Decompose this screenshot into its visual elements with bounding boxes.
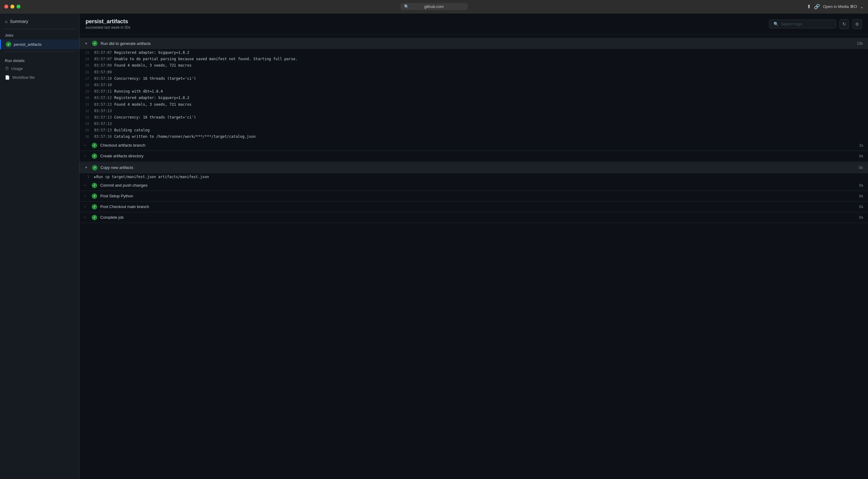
chevron-right-icon: › (84, 216, 89, 219)
step-check-icon (92, 41, 97, 46)
chevron-right-icon: › (84, 205, 89, 208)
log-line: 24 03:57:07 Unable to do partial parsing… (80, 56, 868, 62)
clock-icon: ⏱ (5, 66, 9, 71)
step-checkout-artifacts[interactable]: › Checkout artifacts branch 1s (80, 140, 868, 151)
titlebar: 🔍 github.com ⬆ 🔗 Open in Media ⌘O ⌄ (0, 0, 868, 13)
step-create-artifacts-dir[interactable]: › Create artifacts directory 0s (80, 151, 868, 162)
chevron-down-icon: ▼ (85, 166, 89, 169)
step-check-icon (92, 143, 97, 148)
step-check-icon (92, 215, 97, 220)
expand-icon[interactable]: ⌄ (860, 4, 864, 9)
log-line: 27 03:57:10 Concurrency: 16 threads (tar… (80, 75, 868, 82)
search-logs-placeholder: Search logs (781, 22, 802, 26)
log-line: 36 03:57:16 Catalog written to /home/run… (80, 133, 868, 140)
main-header: persist_artifacts succeeded last week in… (80, 13, 868, 35)
step-check-icon (92, 153, 97, 159)
open-in-media[interactable]: Open in Media ⌘O (823, 4, 857, 9)
titlebar-url: github.com (424, 4, 444, 9)
log-line: 33 03:57:13 Concurrency: 16 threads (tar… (80, 114, 868, 121)
file-icon: 📄 (5, 75, 10, 80)
step-run-dbt-lines: 23 03:57:07 Registered adapter: bigquery… (80, 50, 868, 140)
run-details-label: Run details (0, 54, 79, 64)
sidebar-item-usage[interactable]: ⏱ Usage (0, 64, 79, 73)
main-content: persist_artifacts succeeded last week in… (80, 13, 868, 479)
gear-icon: ⚙ (855, 22, 859, 27)
sidebar-item-persist-artifacts[interactable]: persist_artifacts (0, 39, 79, 49)
search-icon: 🔍 (404, 4, 409, 9)
bookmark-icon[interactable]: 🔗 (814, 4, 820, 9)
sidebar-summary-label: Summary (10, 19, 28, 24)
share-icon[interactable]: ⬆ (807, 4, 811, 9)
log-line: 23 03:57:07 Registered adapter: bigquery… (80, 50, 868, 56)
page-title: persist_artifacts (86, 18, 130, 25)
step-copy-new-artifacts: ▼ Copy new artifacts 0s 1 ▶Run cp target… (80, 162, 868, 180)
step-check-icon (92, 165, 97, 170)
chevron-right-icon: › (84, 194, 89, 198)
log-line: 25 03:57:09 Found 4 models, 3 seeds, 721… (80, 62, 868, 69)
sidebar-item-summary[interactable]: ⌂ Summary (0, 17, 79, 26)
step-copy-artifacts-lines: 1 ▶Run cp target/manifest.json artifacts… (80, 174, 868, 180)
sidebar-item-workflow-file[interactable]: 📄 Workflow file (0, 73, 79, 82)
search-logs-input[interactable]: 🔍 Search logs (769, 20, 836, 28)
step-copy-artifacts-header[interactable]: ▼ Copy new artifacts 0s (80, 162, 868, 173)
step-complete-job[interactable]: › Complete job 0s (80, 212, 868, 223)
step-run-dbt: ▼ Run dbt to generate artifacts 13s 23 0… (80, 38, 868, 140)
chevron-right-icon: › (84, 143, 89, 147)
chevron-right-icon: › (84, 154, 89, 158)
log-line: 32 03:57:13 (80, 108, 868, 114)
chevron-right-icon: › (84, 184, 89, 187)
step-post-checkout-main[interactable]: › Post Checkout main branch 0s (80, 202, 868, 212)
header-left: persist_artifacts succeeded last week in… (86, 18, 130, 30)
refresh-button[interactable]: ↻ (839, 19, 849, 29)
jobs-section-label: Jobs (0, 31, 79, 39)
page-subtitle: succeeded last week in 50s (86, 25, 130, 30)
log-line: 34 03:57:13 (80, 121, 868, 127)
log-line: 28 03:57:10 (80, 82, 868, 88)
log-line: 35 03:57:13 Building catalog (80, 127, 868, 133)
log-content[interactable]: ▼ Run dbt to generate artifacts 13s 23 0… (80, 35, 868, 479)
sidebar: ⌂ Summary Jobs persist_artifacts Run det… (0, 13, 80, 479)
step-check-icon (92, 183, 97, 188)
sidebar-divider-2 (4, 52, 75, 52)
window-controls (4, 5, 21, 8)
sidebar-divider-1 (4, 29, 75, 29)
log-line: 26 03:57:09 (80, 69, 868, 75)
step-post-setup-python[interactable]: › Post Setup Python 0s (80, 191, 868, 202)
step-check-icon (92, 204, 97, 210)
step-commit-push[interactable]: › Commit and push changes 0s (80, 180, 868, 191)
chevron-down-icon: ▼ (85, 42, 89, 45)
step-check-icon (92, 193, 97, 199)
log-line: 29 03:57:11 Running with dbt=1.8.4 (80, 88, 868, 95)
header-right: 🔍 Search logs ↻ ⚙ (769, 19, 862, 29)
settings-button[interactable]: ⚙ (852, 19, 862, 29)
refresh-icon: ↻ (842, 21, 846, 27)
workflow-file-label: Workflow file (12, 75, 34, 80)
usage-label: Usage (11, 66, 23, 71)
search-icon: 🔍 (774, 22, 778, 26)
run-cp-log-line: 1 ▶Run cp target/manifest.json artifacts… (80, 174, 868, 180)
app-layout: ⌂ Summary Jobs persist_artifacts Run det… (0, 13, 868, 479)
close-button[interactable] (4, 5, 8, 8)
minimize-button[interactable] (10, 5, 14, 8)
job-check-icon (6, 41, 11, 47)
home-icon: ⌂ (5, 19, 7, 24)
log-line: 30 03:57:12 Registered adapter: bigquery… (80, 95, 868, 101)
job-label: persist_artifacts (14, 42, 41, 47)
maximize-button[interactable] (17, 5, 21, 8)
titlebar-right: ⬆ 🔗 Open in Media ⌘O ⌄ (807, 4, 864, 9)
step-run-dbt-header[interactable]: ▼ Run dbt to generate artifacts 13s (80, 38, 868, 49)
log-line: 31 03:57:13 Found 4 models, 3 seeds, 721… (80, 101, 868, 108)
